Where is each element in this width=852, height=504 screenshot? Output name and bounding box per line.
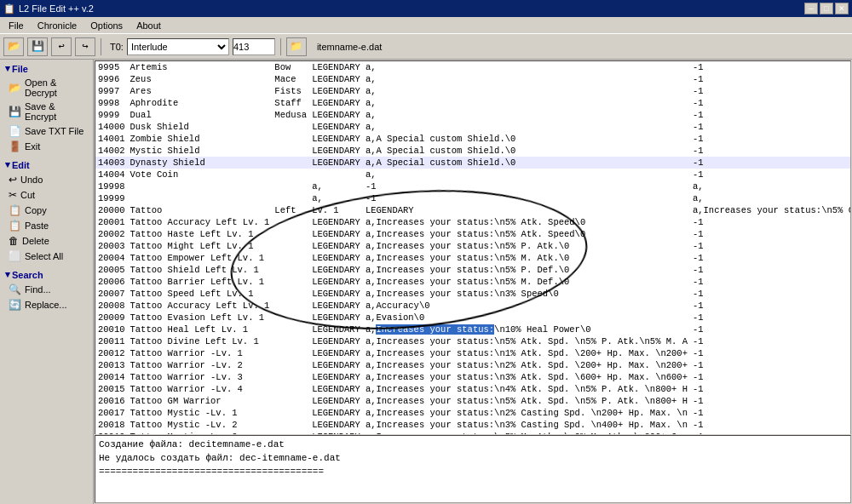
table-cell: Tattoo Mystic -Lv. 2 (128, 419, 273, 431)
table-cell: Dynasty Shield (128, 157, 273, 169)
table-row[interactable]: 20001Tattoo Accuracy Left Lv. 1LEGENDARY… (95, 216, 851, 228)
table-cell: -1 (690, 97, 851, 109)
toolbar-save-btn[interactable]: 💾 (27, 37, 48, 56)
close-button[interactable]: ✕ (835, 3, 849, 14)
save-encrypt-icon: 💾 (9, 106, 21, 117)
table-cell: Artemis (128, 61, 273, 73)
table-row[interactable]: 20006Tattoo Barrier Left Lv. 1LEGENDARYa… (95, 276, 851, 288)
save-encrypt-item[interactable]: 💾 Save & Encrypt (2, 100, 91, 123)
table-cell: LEGENDARY (309, 97, 363, 109)
exit-item[interactable]: 🚪 Exit (2, 139, 91, 154)
undo-item[interactable]: ↩ Undo (2, 172, 91, 187)
table-row[interactable]: 20003Tattoo Might Left Lv. 1LEGENDARYa,I… (95, 240, 851, 252)
table-cell (272, 264, 309, 276)
id-input[interactable] (233, 38, 275, 55)
table-row[interactable]: 20009Tattoo Evasion Left Lv. 1LEGENDARYa… (95, 312, 851, 324)
menu-about[interactable]: About (130, 19, 168, 32)
table-row[interactable]: 19998a,-1a,a,a,a,a,0000a, (95, 180, 851, 192)
table-cell: a,Increases your status:\n4% Atk. Spd. \… (363, 383, 690, 395)
table-row[interactable]: 20007Tattoo Speed Left Lv. 1LEGENDARYa,I… (95, 288, 851, 300)
table-cell: -1 (690, 169, 851, 180)
table-row[interactable]: 19999a,-1a,a,a,a,a,0000a, (95, 192, 851, 204)
table-cell: 9996 (95, 73, 128, 85)
table-row[interactable]: 20010Tattoo Heal Left Lv. 1LEGENDARYa,In… (95, 324, 851, 335)
menu-chronicle[interactable]: Chronicle (31, 19, 83, 32)
table-row[interactable]: 9999DualMedusaLEGENDARYa,-1a,a,a,a,a,000… (95, 109, 851, 121)
table-row[interactable]: 14000Dusk ShieldLEGENDARYa,-1a,a,a,a,a,0… (95, 121, 851, 133)
paste-item[interactable]: 📋 Paste (2, 218, 91, 233)
table-row[interactable]: 20016Tattoo GM WarriorLEGENDARYa,Increas… (95, 395, 851, 407)
table-row[interactable]: 14003Dynasty ShieldLEGENDARYa,A Special … (95, 157, 851, 169)
toolbar-undo-btn[interactable]: ↩ (51, 37, 72, 56)
table-cell (272, 431, 309, 434)
table-cell: -1 (690, 240, 851, 252)
chronicle-select[interactable]: Interlude (127, 38, 229, 55)
open-decrypt-item[interactable]: 📂 Open & Decrypt (2, 76, 91, 100)
table-row[interactable]: 20017Tattoo Mystic -Lv. 1LEGENDARYa,Incr… (95, 407, 851, 419)
menu-options[interactable]: Options (83, 19, 130, 32)
table-cell: a,Increases your status:\n2% Casting Spd… (363, 407, 690, 419)
table-cell: a,Increases your status:\n3% Casting Spd… (363, 419, 690, 431)
toolbar-folder-btn[interactable]: 📁 (286, 37, 307, 56)
table-row[interactable]: 9997AresFistsLEGENDARYa,-1a,a,a,a,a,0000… (95, 85, 851, 97)
table-row[interactable]: 14001Zombie ShieldLEGENDARYa,A Special c… (95, 133, 851, 145)
table-row[interactable]: 20011Tattoo Divine Left Lv. 1LEGENDARYa,… (95, 335, 851, 347)
log-panel: Создание файла: decitemname-e.dat Не уда… (95, 435, 851, 503)
table-row[interactable]: 20012Tattoo Warrior -Lv. 1LEGENDARYa,Inc… (95, 347, 851, 359)
table-cell: a,Increases your status:\n5% Casting Spd… (690, 204, 851, 216)
search-section-label: Search (12, 270, 43, 280)
table-cell: Tattoo Heal Left Lv. 1 (128, 324, 273, 335)
table-cell: Mace (272, 73, 309, 85)
table-row[interactable]: 20013Tattoo Warrior -Lv. 2LEGENDARYa,Inc… (95, 359, 851, 371)
edit-section-label: Edit (12, 160, 30, 170)
find-item[interactable]: 🔍 Find... (2, 282, 91, 297)
content-wrapper: 9995ArtemisBowLEGENDARYa,-1a,a,a,a,a,000… (94, 60, 852, 434)
table-row[interactable]: 20000TattooLeftLv. 1LEGENDARYa,Increases… (95, 204, 851, 216)
menu-file[interactable]: File (2, 19, 31, 32)
toolbar-open-btn[interactable]: 📂 (3, 37, 24, 56)
copy-item[interactable]: 📋 Copy (2, 203, 91, 218)
table-cell: LEGENDARY (309, 157, 363, 169)
table-row[interactable]: 9995ArtemisBowLEGENDARYa,-1a,a,a,a,a,000… (95, 61, 851, 73)
table-cell: -1 (690, 61, 851, 73)
minimize-button[interactable]: ─ (804, 3, 818, 14)
table-row[interactable]: 20014Tattoo Warrior -Lv. 3LEGENDARYa,Inc… (95, 371, 851, 383)
table-cell: -1 (690, 85, 851, 97)
table-row[interactable]: 20004Tattoo Empower Left Lv. 1LEGENDARYa… (95, 252, 851, 264)
table-cell: 9998 (95, 97, 128, 109)
table-cell: a, (363, 73, 690, 85)
table-row[interactable]: 20015Tattoo Warrior -Lv. 4LEGENDARYa,Inc… (95, 383, 851, 395)
table-cell: a,Increases your status:\n5% P. Def.\0 (363, 264, 690, 276)
select-all-item[interactable]: ⬜ Select All (2, 249, 91, 264)
table-row[interactable]: 20008Tattoo Accuracy Left Lv. 1LEGENDARY… (95, 300, 851, 312)
table-cell: Dusk Shield (128, 121, 273, 133)
table-row[interactable]: 20005Tattoo Shield Left Lv. 1LEGENDARYa,… (95, 264, 851, 276)
table-row[interactable]: 9998AphroditeStaffLEGENDARYa,-1a,a,a,a,a… (95, 97, 851, 109)
exit-icon: 🚪 (9, 140, 21, 152)
main-layout: ▾ File 📂 Open & Decrypt 💾 Save & Encrypt… (0, 60, 852, 504)
replace-item[interactable]: 🔄 Replace... (2, 297, 91, 312)
toolbar-redo-btn[interactable]: ↪ (75, 37, 95, 56)
cut-item[interactable]: ✂ Cut (2, 187, 91, 203)
table-cell (272, 335, 309, 347)
table-row[interactable]: 14002Mystic ShieldLEGENDARYa,A Special c… (95, 145, 851, 157)
table-row[interactable]: 20018Tattoo Mystic -Lv. 2LEGENDARYa,Incr… (95, 419, 851, 431)
table-cell: LEGENDARY (309, 300, 363, 312)
select-all-icon: ⬜ (9, 250, 21, 262)
delete-item[interactable]: 🗑 Delete (2, 233, 91, 249)
table-cell (272, 180, 309, 192)
data-table-container[interactable]: 9995ArtemisBowLEGENDARYa,-1a,a,a,a,a,000… (95, 60, 851, 434)
table-row[interactable]: 14004Vote Coina,-1a,a,a,a,a,0000a, (95, 169, 851, 180)
table-cell: 9997 (95, 85, 128, 97)
table-row[interactable]: 20019Tattoo Mystic -Lv. 3LEGENDARYa,Incr… (95, 431, 851, 434)
save-txt-item[interactable]: 📄 Save TXT File (2, 123, 91, 139)
table-cell: 20013 (95, 359, 128, 371)
maximize-button[interactable]: □ (820, 3, 833, 14)
table-cell: a,A Special custom Shield.\0 (363, 145, 690, 157)
table-cell (272, 300, 309, 312)
table-cell: 9999 (95, 109, 128, 121)
table-row[interactable]: 20002Tattoo Haste Left Lv. 1LEGENDARYa,I… (95, 228, 851, 240)
table-row[interactable]: 9996ZeusMaceLEGENDARYa,-1a,a,a,a,a,0000a… (95, 73, 851, 85)
table-cell: Zeus (128, 73, 273, 85)
table-cell: a, (309, 192, 363, 204)
